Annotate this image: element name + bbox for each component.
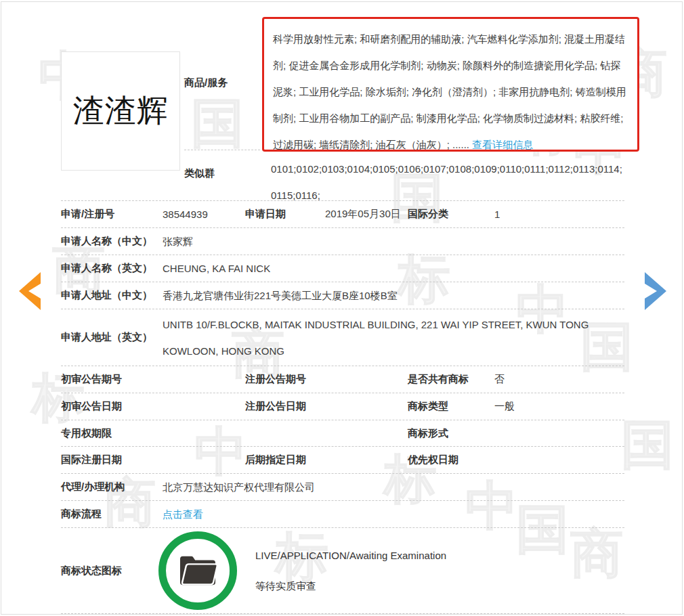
address-en-label: 申请人地址（英文） [61, 331, 163, 344]
table-row: 专用权期限 商标形式 [61, 420, 624, 447]
table-row: 申请人地址（英文） UNITB 10/F.BLOCKB, MAITAK INDU… [61, 309, 624, 366]
status-line-en: LIVE/APPLICATION/Awaiting Examination [255, 540, 446, 571]
status-line-cn: 等待实质审查 [255, 571, 446, 601]
applicant-en-label: 申请人名称（英文） [61, 262, 163, 275]
first-trial-no-label: 初审公告期号 [61, 373, 163, 386]
goods-services-text: 科学用放射性元素; 和研磨剂配用的辅助液; 汽车燃料化学添加剂; 混凝土用凝结剂… [273, 33, 626, 150]
view-details-link[interactable]: 查看详细信息 [472, 139, 533, 150]
trademark-detail-card: 中国商标中国商标中国商标中国商标中国商标 渣渣辉 商品/服务 科学用放射性元素;… [1, 1, 683, 615]
app-date-value: 2019年05月30日 [325, 208, 408, 221]
agency-label: 代理/办理机构 [61, 481, 163, 493]
exclusive-period-label: 专用权期限 [61, 427, 163, 440]
similar-group-label: 类似群 [184, 167, 215, 180]
next-arrow-icon[interactable] [643, 272, 670, 310]
address-cn-value: 香港九龙官塘伟业街221号美德工业大厦B座10楼B室 [163, 286, 624, 305]
priority-date-label: 优先权日期 [408, 454, 494, 466]
process-label: 商标流程 [61, 508, 163, 521]
late-designation-date-label: 后期指定日期 [245, 454, 325, 466]
table-row: 商标状态图标 LIVE/APPLICATION/Awaiting Examina… [61, 528, 624, 614]
table-row: 申请人名称（中文） 张家辉 [61, 228, 624, 255]
address-en-value: UNITB 10/F.BLOCKB, MAITAK INDUSTRIAL BUI… [163, 311, 624, 364]
table-row: 代理/办理机构 北京万慧达知识产权代理有限公司 [61, 474, 624, 501]
info-table: 申请/注册号 38544939 申请日期 2019年05月30日 国际分类 1 … [61, 200, 624, 614]
trademark-image: 渣渣辉 [61, 51, 180, 171]
mark-form-label: 商标形式 [408, 427, 494, 440]
agency-value: 北京万慧达知识产权代理有限公司 [163, 478, 624, 497]
shared-mark-value: 否 [494, 373, 624, 386]
app-date-label: 申请日期 [245, 208, 325, 221]
table-row: 申请人名称（英文） CHEUNG, KA FAI NICK [61, 255, 624, 282]
table-row: 商标流程 点击查看 [61, 501, 624, 528]
divider [184, 150, 260, 150]
table-row: 初审公告期号 注册公告期号 是否共有商标 否 [61, 366, 624, 393]
address-cn-label: 申请人地址（中文） [61, 289, 163, 302]
applicant-en-value: CHEUNG, KA FAI NICK [163, 259, 624, 278]
intl-reg-date-label: 国际注册日期 [61, 454, 163, 466]
reg-no-label: 申请/注册号 [61, 208, 163, 221]
intl-class-label: 国际分类 [408, 208, 494, 221]
trademark-text: 渣渣辉 [73, 90, 169, 132]
goods-services-box: 科学用放射性元素; 和研磨剂配用的辅助液; 汽车燃料化学添加剂; 混凝土用凝结剂… [262, 17, 639, 152]
shared-mark-label: 是否共有商标 [408, 373, 494, 386]
table-row: 初审公告日期 注册公告日期 商标类型 一般 [61, 393, 624, 420]
reg-announce-date-label: 注册公告日期 [245, 400, 325, 413]
goods-services-label: 商品/服务 [184, 76, 228, 89]
table-row: 国际注册日期 后期指定日期 优先权日期 [61, 447, 624, 474]
applicant-cn-label: 申请人名称（中文） [61, 235, 163, 248]
similar-group-line1: 0101;0102;0103;0104;0105;0106;0107;0108;… [271, 156, 640, 182]
open-folder-icon [177, 553, 219, 588]
mark-type-label: 商标类型 [408, 400, 494, 413]
prev-arrow-icon[interactable] [15, 272, 42, 310]
status-icon-label: 商标状态图标 [61, 565, 163, 577]
reg-announce-no-label: 注册公告期号 [245, 373, 325, 386]
status-block: LIVE/APPLICATION/Awaiting Examination 等待… [163, 528, 624, 613]
table-row: 申请人地址（中文） 香港九龙官塘伟业街221号美德工业大厦B座10楼B室 [61, 282, 624, 309]
table-row: 申请/注册号 38544939 申请日期 2019年05月30日 国际分类 1 [61, 201, 624, 228]
intl-class-value: 1 [494, 208, 624, 220]
reg-no-value: 38544939 [163, 208, 245, 220]
first-trial-date-label: 初审公告日期 [61, 400, 163, 413]
applicant-cn-value: 张家辉 [163, 232, 624, 251]
click-to-view-link[interactable]: 点击查看 [163, 508, 203, 520]
status-folder-icon [158, 531, 237, 610]
mark-type-value: 一般 [494, 400, 624, 413]
